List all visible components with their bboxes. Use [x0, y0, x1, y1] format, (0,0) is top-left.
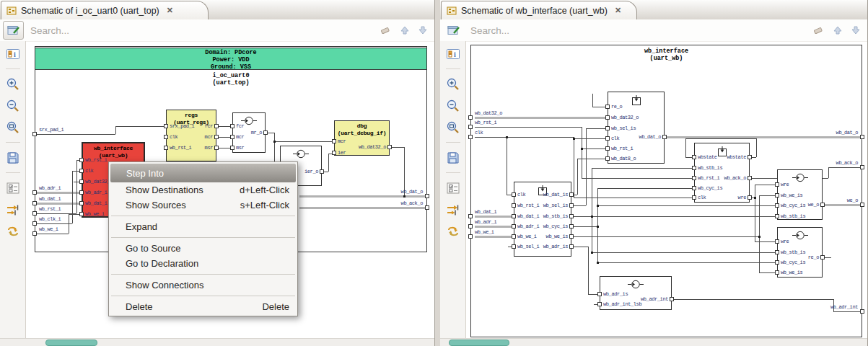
module-title: wb_interface (uart_wb)	[470, 48, 862, 62]
ground-label: Ground: VSS	[35, 63, 426, 71]
menu-item-show-connections[interactable]: Show Connections	[110, 278, 297, 293]
menu-item-label: Show Destinations	[126, 185, 203, 195]
save-icon	[6, 151, 20, 165]
left-search-row	[0, 19, 434, 42]
refresh-swap-button[interactable]	[444, 222, 463, 240]
show-connections-button[interactable]	[4, 200, 22, 218]
schematic-icon	[6, 6, 17, 15]
right-search-row	[440, 19, 867, 42]
menu-item-go-to-source[interactable]: Go to Source	[110, 241, 297, 256]
menu-item-label: Delete	[126, 301, 153, 312]
menu-separator	[111, 216, 295, 216]
properties-button[interactable]: i	[444, 45, 463, 63]
svg-text:i: i	[14, 50, 16, 58]
clear-search-icon[interactable]	[380, 25, 392, 35]
pane-right: Schematic of wb_interface (uart_wb) ✕ i	[440, 0, 868, 346]
right-toolbar: i	[440, 41, 466, 339]
edit-search-icon	[447, 25, 460, 36]
tab-title: Schematic of wb_interface (uart_wb)	[461, 6, 608, 16]
domain-label: Domain: PDcore	[35, 49, 426, 56]
search-options-button[interactable]	[443, 21, 464, 40]
zoom-in-button[interactable]	[444, 75, 463, 93]
tab-schematic-uart-top[interactable]: Schematic of i_oc_uart0 (uart_top) ✕	[1, 1, 209, 19]
menu-separator	[111, 237, 295, 238]
previous-match-icon[interactable]	[833, 25, 843, 35]
context-menu: Step IntoShow Destinationsd+Left-ClickSh…	[108, 161, 298, 316]
search-input[interactable]	[24, 25, 380, 37]
instance-title: i_oc_uart0 (uart_top)	[35, 72, 427, 86]
schematic-icon	[447, 6, 457, 15]
menu-item-accel: s+Left-Click	[240, 200, 289, 210]
power-label: Power: VDD	[35, 56, 426, 63]
trace-arrows-icon	[6, 203, 20, 216]
menu-separator	[111, 296, 295, 296]
zoom-fit-button[interactable]	[444, 118, 463, 136]
close-icon[interactable]: ✕	[167, 6, 173, 15]
hscroll-thumb[interactable]	[449, 340, 509, 346]
svg-text:i: i	[454, 50, 456, 58]
left-tabbar: Schematic of i_oc_uart0 (uart_top) ✕	[0, 0, 434, 20]
menu-item-go-to-declaration[interactable]: Go to Declaration	[110, 256, 297, 271]
zoom-fit-button[interactable]	[4, 118, 22, 136]
zoom-out-button[interactable]	[444, 97, 463, 115]
zoom-fit-icon	[6, 120, 20, 135]
search-input[interactable]	[464, 25, 812, 37]
menu-item-label: Go to Declaration	[126, 258, 198, 269]
tab-schematic-uart-wb[interactable]: Schematic of wb_interface (uart_wb) ✕	[441, 1, 637, 19]
next-match-icon[interactable]	[418, 25, 428, 35]
save-button[interactable]	[444, 148, 463, 167]
zoom-in-button[interactable]	[4, 75, 22, 93]
menu-item-accel: d+Left-Click	[240, 185, 289, 195]
zoom-out-icon	[6, 99, 20, 113]
menu-separator	[111, 274, 295, 275]
next-match-icon[interactable]	[851, 25, 861, 35]
power-domain-banner: Domain: PDcore Power: VDD Ground: VSS	[35, 48, 427, 70]
schematic-boundary	[470, 45, 862, 337]
menu-item-label: Expand	[126, 221, 157, 232]
menu-item-delete[interactable]: DeleteDelete	[110, 299, 297, 314]
hscroll-thumb[interactable]	[45, 340, 97, 346]
left-hscrollbar	[0, 338, 434, 346]
info-grid-icon: i	[6, 48, 20, 61]
menu-item-show-sources[interactable]: Show Sourcess+Left-Click	[110, 198, 297, 213]
clear-search-icon[interactable]	[812, 25, 825, 35]
menu-item-label: Go to Source	[126, 243, 181, 254]
refresh-swap-button[interactable]	[4, 222, 22, 240]
menu-item-accel: Delete	[262, 301, 289, 312]
search-options-button[interactable]	[3, 21, 24, 40]
show-connections-button[interactable]	[444, 200, 463, 218]
checklist-icon	[6, 182, 20, 195]
right-tabbar: Schematic of wb_interface (uart_wb) ✕	[440, 0, 867, 20]
menu-item-label: Step Into	[126, 168, 164, 179]
menu-item-expand[interactable]: Expand	[110, 219, 297, 234]
right-hscrollbar	[440, 338, 867, 346]
menu-item-show-destinations[interactable]: Show Destinationsd+Left-Click	[110, 182, 297, 198]
menu-item-step-into[interactable]: Step Into	[110, 164, 296, 182]
zoom-out-button[interactable]	[4, 97, 22, 115]
options-button[interactable]	[4, 179, 22, 197]
menu-item-label: Show Connections	[126, 280, 203, 290]
close-icon[interactable]: ✕	[615, 6, 621, 15]
previous-match-icon[interactable]	[400, 25, 410, 35]
edit-search-icon	[7, 25, 20, 36]
save-button[interactable]	[4, 148, 22, 167]
properties-button[interactable]: i	[4, 45, 22, 63]
options-button[interactable]	[444, 179, 463, 197]
schematic-viewer-window: Schematic of i_oc_uart0 (uart_top) ✕ i	[0, 0, 868, 346]
swap-arrows-icon	[6, 225, 20, 238]
menu-item-label: Show Sources	[126, 200, 186, 210]
zoom-in-icon	[6, 77, 20, 92]
left-toolbar: i	[0, 41, 26, 339]
tab-title: Schematic of i_oc_uart0 (uart_top)	[21, 6, 159, 16]
